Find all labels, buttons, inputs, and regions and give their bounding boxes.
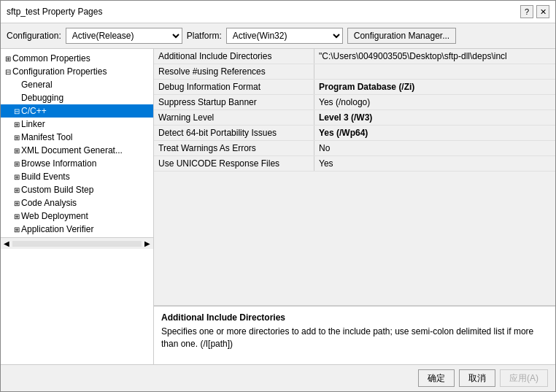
tree-item-manifest-tool[interactable]: ⊞Manifest Tool (1, 131, 153, 144)
config-label: Configuration: (7, 31, 61, 41)
tree-item-common-properties[interactable]: ⊞Common Properties (1, 52, 153, 65)
prop-value-5: Yes (/Wp64) (314, 126, 555, 140)
description-text: Specifies one or more directories to add… (161, 326, 548, 350)
tree-item-browse-information[interactable]: ⊞Browse Information (1, 157, 153, 170)
expand-icon-application-verifier[interactable]: ⊞ (12, 226, 21, 234)
config-dropdown[interactable]: Active(Release) (66, 28, 182, 44)
properties-table: Additional Include Directories"C:\Users\… (154, 49, 555, 306)
table-row[interactable]: Treat Warnings As ErrorsNo (154, 141, 555, 156)
prop-name-1: Resolve #using References (154, 64, 314, 79)
description-panel: Additional Include Directories Specifies… (154, 306, 555, 364)
tree-item-debugging[interactable]: Debugging (1, 91, 153, 104)
close-button[interactable]: ✕ (536, 5, 549, 18)
expand-icon-manifest-tool[interactable]: ⊞ (12, 134, 21, 142)
table-row[interactable]: Warning LevelLevel 3 (/W3) (154, 110, 555, 126)
prop-value-2: Program Database (/Zi) (314, 80, 555, 94)
tree-item-web-deployment[interactable]: ⊞Web Deployment (1, 210, 153, 223)
table-row[interactable]: Detect 64-bit Portability IssuesYes (/Wp… (154, 126, 555, 141)
apply-button[interactable]: 应用(A) (500, 369, 548, 387)
tree-item-code-analysis[interactable]: ⊞Code Analysis (1, 196, 153, 210)
tree-label-build-events: Build Events (21, 172, 70, 182)
tree-label-manifest-tool: Manifest Tool (21, 132, 72, 142)
expand-icon-common-properties[interactable]: ⊞ (4, 55, 12, 63)
prop-name-3: Suppress Startup Banner (154, 95, 314, 109)
tree-item-configuration-properties[interactable]: ⊟Configuration Properties (1, 65, 153, 78)
horizontal-scrollbar[interactable] (12, 241, 142, 247)
tree-item-application-verifier[interactable]: ⊞Application Verifier (1, 223, 153, 236)
tree-item-linker[interactable]: ⊞Linker (1, 118, 153, 131)
expand-icon-web-deployment[interactable]: ⊞ (12, 212, 21, 220)
cancel-button[interactable]: 取消 (459, 369, 495, 387)
tree-panel: ⊞Common Properties⊟Configuration Propert… (1, 49, 154, 364)
expand-icon-cpp[interactable]: ⊟ (12, 107, 21, 115)
tree-label-browse-information: Browse Information (21, 158, 96, 169)
tree-label-general: General (21, 80, 53, 90)
prop-value-7: Yes (314, 156, 555, 171)
help-button[interactable]: ? (520, 5, 533, 18)
bottom-bar: 确定 取消 应用(A) (1, 364, 555, 391)
tree-label-custom-build-step: Custom Build Step (21, 185, 93, 195)
expand-icon-configuration-properties[interactable]: ⊟ (4, 68, 12, 76)
platform-label: Platform: (187, 31, 222, 41)
tree-label-web-deployment: Web Deployment (21, 211, 88, 221)
expand-icon-browse-information[interactable]: ⊞ (12, 160, 21, 168)
tree-item-xml-document[interactable]: ⊞XML Document Generat... (1, 144, 153, 157)
tree-item-cpp[interactable]: ⊟C/C++ (1, 104, 153, 118)
prop-value-1 (314, 64, 555, 79)
tree-item-build-events[interactable]: ⊞Build Events (1, 170, 153, 183)
tree-item-general[interactable]: General (1, 78, 153, 91)
main-content: ⊞Common Properties⊟Configuration Propert… (1, 49, 555, 364)
tree-label-code-analysis: Code Analysis (21, 198, 77, 208)
prop-value-6: No (314, 141, 555, 155)
tree-label-application-verifier: Application Verifier (21, 224, 93, 234)
scroll-right-icon[interactable]: ▶ (142, 239, 153, 247)
table-row[interactable]: Debug Information FormatProgram Database… (154, 80, 555, 95)
prop-value-4: Level 3 (/W3) (314, 110, 555, 125)
table-row[interactable]: Resolve #using References (154, 64, 555, 80)
table-row[interactable]: Additional Include Directories"C:\Users\… (154, 49, 555, 64)
toolbar: Configuration: Active(Release) Platform:… (1, 23, 555, 49)
right-panel: Additional Include Directories"C:\Users\… (154, 49, 555, 364)
prop-name-6: Treat Warnings As Errors (154, 141, 314, 155)
tree-label-cpp: C/C++ (21, 106, 47, 116)
prop-value-0: "C:\Users\0049003505\Desktop\sftp-dll\de… (314, 49, 555, 64)
tree-item-custom-build-step[interactable]: ⊞Custom Build Step (1, 183, 153, 196)
tree-label-debugging: Debugging (21, 93, 63, 103)
prop-name-0: Additional Include Directories (154, 49, 314, 64)
config-manager-button[interactable]: Configuration Manager... (347, 28, 456, 44)
scroll-left-icon[interactable]: ◀ (1, 239, 12, 247)
platform-dropdown[interactable]: Active(Win32) (226, 28, 343, 44)
table-row[interactable]: Suppress Startup BannerYes (/nologo) (154, 95, 555, 110)
title-bar: sftp_test Property Pages ? ✕ (1, 1, 555, 23)
dialog-title: sftp_test Property Pages (7, 7, 102, 17)
expand-icon-custom-build-step[interactable]: ⊞ (12, 186, 21, 194)
property-pages-dialog: sftp_test Property Pages ? ✕ Configurati… (0, 0, 556, 392)
expand-icon-xml-document[interactable]: ⊞ (12, 147, 21, 155)
table-row[interactable]: Use UNICODE Response FilesYes (154, 156, 555, 172)
tree-label-common-properties: Common Properties (12, 53, 90, 64)
prop-name-5: Detect 64-bit Portability Issues (154, 126, 314, 140)
description-title: Additional Include Directories (161, 312, 548, 323)
expand-icon-code-analysis[interactable]: ⊞ (12, 199, 21, 207)
title-bar-buttons: ? ✕ (520, 5, 549, 18)
prop-name-2: Debug Information Format (154, 80, 314, 94)
ok-button[interactable]: 确定 (418, 369, 455, 387)
expand-icon-build-events[interactable]: ⊞ (12, 173, 21, 181)
tree-label-configuration-properties: Configuration Properties (12, 66, 107, 77)
tree-label-xml-document: XML Document Generat... (21, 145, 123, 155)
prop-name-7: Use UNICODE Response Files (154, 156, 314, 171)
tree-label-linker: Linker (21, 119, 45, 129)
prop-name-4: Warning Level (154, 110, 314, 125)
expand-icon-linker[interactable]: ⊞ (12, 120, 21, 128)
prop-value-3: Yes (/nologo) (314, 95, 555, 109)
